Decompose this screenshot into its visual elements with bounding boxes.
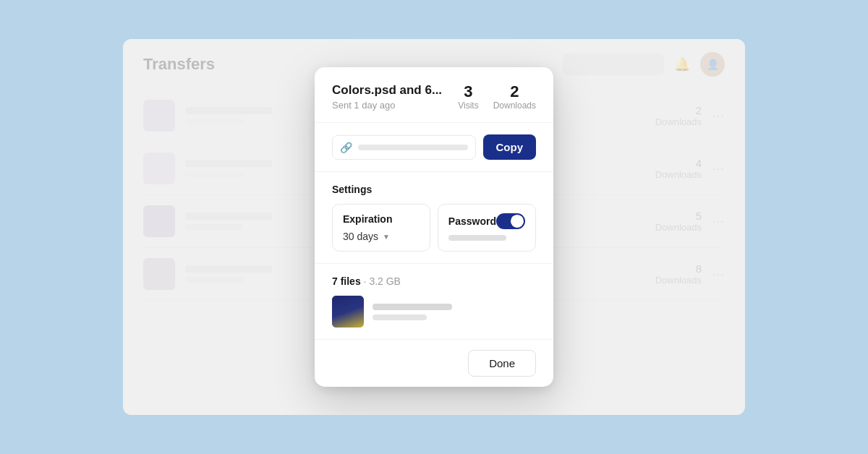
file-info: [373, 304, 536, 320]
password-header: Password: [448, 213, 525, 229]
settings-title: Settings: [332, 184, 536, 195]
modal-header-top: Colors.psd and 6... Sent 1 day ago 3 Vis…: [332, 83, 536, 111]
settings-cards: Expiration 30 days ▼ Password: [332, 204, 536, 252]
file-thumb-inner: [332, 296, 364, 327]
modal-title: Colors.psd and 6...: [332, 83, 442, 98]
expiration-value: 30 days: [343, 231, 378, 242]
files-count: 7 files: [332, 275, 361, 287]
expiration-label: Expiration: [343, 213, 392, 225]
expiration-header: Expiration: [343, 213, 420, 225]
link-input-wrap[interactable]: 🔗: [332, 135, 476, 160]
password-placeholder: [448, 235, 506, 241]
downloads-value: 2: [493, 83, 536, 100]
app-window: Transfers 🔔 👤 2 Downloads ···: [123, 39, 745, 415]
transfer-detail-modal: Colors.psd and 6... Sent 1 day ago 3 Vis…: [315, 67, 553, 387]
password-label: Password: [448, 215, 496, 227]
link-icon: 🔗: [340, 142, 352, 153]
modal-header: Colors.psd and 6... Sent 1 day ago 3 Vis…: [315, 67, 553, 123]
expiration-dropdown[interactable]: 30 days ▼: [343, 231, 420, 242]
stat-visits: 3 Visits: [458, 83, 478, 111]
modal-title-group: Colors.psd and 6... Sent 1 day ago: [332, 83, 442, 111]
visits-value: 3: [458, 83, 478, 100]
modal-stats: 3 Visits 2 Downloads: [458, 83, 536, 111]
file-name-bar: [373, 304, 452, 310]
file-item: [332, 296, 536, 327]
modal-footer: Done: [315, 340, 553, 387]
copy-button[interactable]: Copy: [483, 134, 537, 160]
link-copy-row: 🔗 Copy: [315, 123, 553, 172]
visits-label: Visits: [458, 100, 478, 111]
downloads-label: Downloads: [493, 100, 536, 111]
files-header: 7 files · 3.2 GB: [332, 275, 536, 287]
chevron-down-icon: ▼: [383, 233, 390, 241]
file-thumbnail: [332, 296, 364, 327]
settings-section: Settings Expiration 30 days ▼ Password: [315, 172, 553, 264]
toggle-thumb: [511, 215, 524, 228]
file-meta-bar: [373, 314, 427, 320]
password-card: Password: [438, 204, 536, 252]
password-toggle[interactable]: [496, 213, 525, 229]
expiration-card: Expiration 30 days ▼: [332, 204, 430, 252]
stat-downloads: 2 Downloads: [493, 83, 536, 111]
done-button[interactable]: Done: [468, 350, 536, 377]
modal-subtitle: Sent 1 day ago: [332, 100, 442, 111]
link-url-bar: [358, 145, 468, 150]
files-section: 7 files · 3.2 GB: [315, 264, 553, 340]
files-size: 3.2 GB: [369, 275, 401, 287]
